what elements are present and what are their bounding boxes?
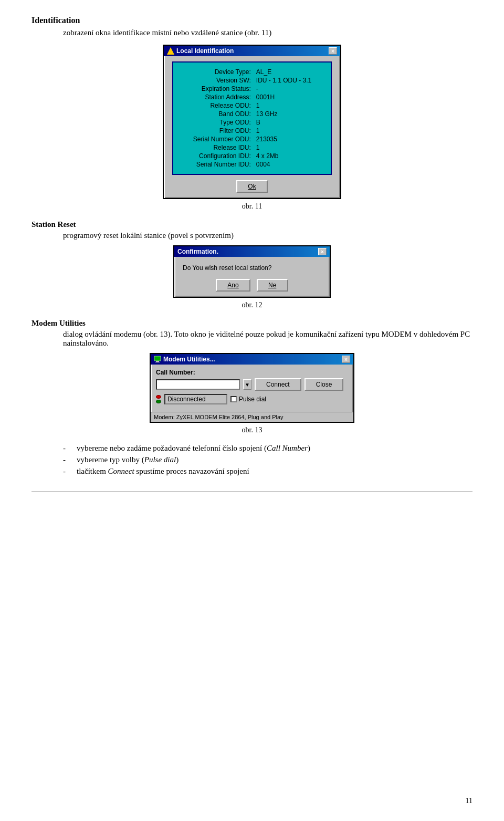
modem-call-number-label: Call Number: [156,369,348,376]
field-label: Configuration IDU: [182,152,254,160]
local-id-btn-row: Ok [172,180,332,193]
modem-app-icon [154,356,161,363]
modem-connect-button[interactable]: Connect [255,378,301,391]
confirm-ne-button[interactable]: Ne [257,279,288,292]
bullet-dash-3: - [63,467,71,476]
station-reset-intro: programový reset lokální stanice (povel … [63,231,472,240]
modem-body: Call Number: ▼ Connect Close Disconnec [151,365,353,412]
local-id-body: Device Type:AL_EVersion SW:IDU - 1.1 ODU… [164,56,340,198]
field-value: 1 [254,127,322,135]
warning-icon [167,47,174,55]
modem-info-bar: Modem: ZyXEL MODEM Elite 2864, Plug and … [151,412,353,422]
local-id-table: Device Type:AL_EVersion SW:IDU - 1.1 ODU… [182,68,322,169]
caption-12: obr. 12 [32,301,472,309]
local-id-titlebar: Local Identification × [164,46,340,56]
confirmation-dialog-wrapper: Confirmation. × Do You wish reset local … [32,245,472,298]
table-row: Version SW:IDU - 1.1 ODU - 3.1 [182,76,322,85]
modem-utilities-heading: Modem Utilities [32,319,472,328]
field-value: IDU - 1.1 ODU - 3.1 [254,76,322,85]
local-id-ok-button[interactable]: Ok [236,180,268,193]
page-number: 11 [466,797,472,805]
local-identification-dialog-wrapper: Local Identification × Device Type:AL_EV… [32,45,472,199]
field-value: B [254,118,322,127]
field-value: - [254,85,322,93]
light-red [156,395,161,399]
modem-titlebar: Modem Utilities... × [151,354,353,365]
identification-section: Identification zobrazení okna identifika… [32,16,472,211]
table-row: Station Address:0001H [182,93,322,101]
bullet-text-3: tlačítkem Connect spustíme proces navazo… [77,467,249,476]
table-row: Filter ODU:1 [182,127,322,135]
local-identification-dialog: Local Identification × Device Type:AL_EV… [163,45,341,199]
confirm-titlebar: Confirmation. × [174,246,330,257]
bullet-dash-1: - [63,444,71,453]
confirm-btn-row: Ano Ne [183,279,321,292]
modem-utilities-section: Modem Utilities dialog ovládání modemu (… [32,319,472,476]
local-id-close-button[interactable]: × [329,47,337,55]
bullet-dash-2: - [63,455,71,464]
modem-status-text: Disconnected [164,394,227,404]
status-indicator: Disconnected [156,394,227,404]
field-value: 0004 [254,160,322,169]
table-row: Type ODU:B [182,118,322,127]
station-reset-section: Station Reset programový reset lokální s… [32,220,472,309]
bullet-item-3: - tlačítkem Connect spustíme proces nava… [63,467,472,476]
field-value: 0001H [254,93,322,101]
pulse-dial-label: Pulse dial [239,396,266,403]
modem-close-x-button[interactable]: × [342,356,350,363]
caption-11: obr. 11 [32,202,472,211]
pulse-dial-area: Pulse dial [230,396,266,403]
confirm-body: Do You wish reset local station? Ano Ne [174,257,330,297]
modem-title: Modem Utilities... [163,356,215,363]
confirm-title: Confirmation. [177,248,218,255]
modem-dialog-wrapper: Modem Utilities... × Call Number: ▼ Conn… [32,353,472,423]
pulse-dial-checkbox[interactable] [230,396,237,402]
modem-dropdown-button[interactable]: ▼ [243,379,251,390]
field-label: Serial Number ODU: [182,135,254,143]
svg-rect-2 [155,362,160,362]
table-row: Release IDU:1 [182,143,322,152]
field-value: 1 [254,143,322,152]
modem-call-number-input[interactable] [156,379,240,390]
confirm-close-button[interactable]: × [318,248,327,255]
confirm-ano-button[interactable]: Ano [216,279,250,292]
confirm-question: Do You wish reset local station? [183,264,321,272]
identification-intro: zobrazení okna identifikace místní nebo … [63,28,472,37]
station-reset-heading: Station Reset [32,220,472,229]
table-row: Expiration Status:- [182,85,322,93]
bullet-item-2: - vybereme typ volby (Pulse dial) [63,455,472,464]
modem-utilities-intro: dialog ovládání modemu (obr. 13). Toto o… [63,330,472,348]
svg-rect-1 [156,361,159,362]
bullet-text-1: vybereme nebo zadáme požadované telefonn… [77,444,310,453]
caption-13: obr. 13 [32,426,472,434]
bullet-item-1: - vybereme nebo zadáme požadované telefo… [63,444,472,453]
local-id-cyan-box: Device Type:AL_EVersion SW:IDU - 1.1 ODU… [172,61,332,175]
modem-info-text: Modem: ZyXEL MODEM Elite 2864, Plug and … [154,414,284,420]
field-label: Release IDU: [182,143,254,152]
field-label: Filter ODU: [182,127,254,135]
svg-rect-0 [154,356,161,361]
field-value: 213035 [254,135,322,143]
traffic-light-icon [156,395,161,403]
bullet-text-2: vybereme typ volby (Pulse dial) [77,455,178,464]
field-label: Station Address: [182,93,254,101]
local-id-title: Local Identification [176,47,234,55]
field-label: Serial Number IDU: [182,160,254,169]
field-value: 1 [254,101,322,110]
field-value: 13 GHz [254,110,322,118]
field-value: AL_E [254,68,322,76]
field-label: Type ODU: [182,118,254,127]
modem-utilities-dialog: Modem Utilities... × Call Number: ▼ Conn… [150,353,354,423]
bullet-list: - vybereme nebo zadáme požadované telefo… [63,444,472,476]
table-row: Band ODU:13 GHz [182,110,322,118]
identification-heading: Identification [32,16,472,25]
modem-close-button[interactable]: Close [304,378,344,391]
table-row: Configuration IDU:4 x 2Mb [182,152,322,160]
table-row: Device Type:AL_E [182,68,322,76]
field-label: Band ODU: [182,110,254,118]
table-row: Serial Number ODU:213035 [182,135,322,143]
field-value: 4 x 2Mb [254,152,322,160]
confirmation-dialog: Confirmation. × Do You wish reset local … [173,245,331,298]
field-label: Device Type: [182,68,254,76]
table-row: Release ODU:1 [182,101,322,110]
